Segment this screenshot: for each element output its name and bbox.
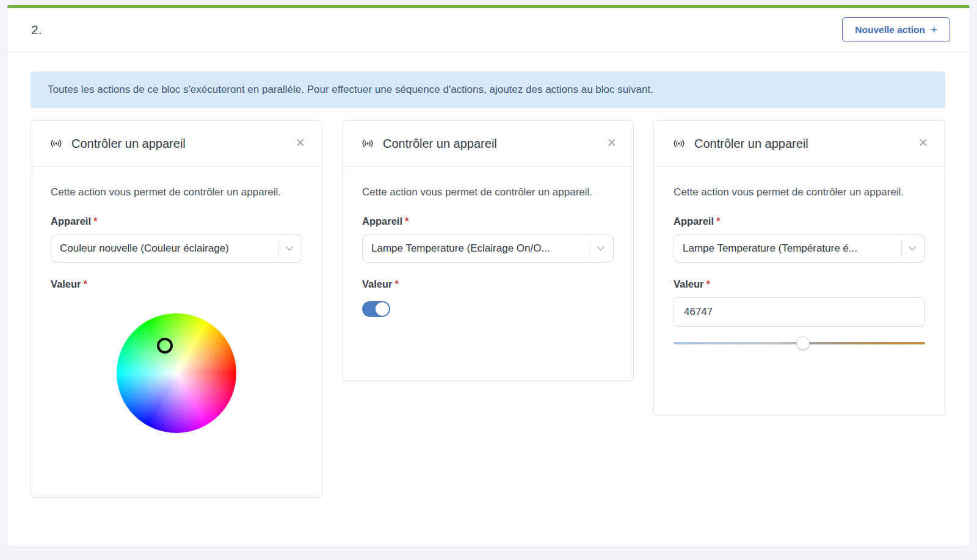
select-divider <box>590 241 590 256</box>
action-card-temperature: Contrôler un appareil × Cette action vou… <box>653 120 945 415</box>
required-asterisk: * <box>84 278 87 289</box>
card-description: Cette action vous permet de contrôler un… <box>51 184 302 201</box>
device-select[interactable]: Couleur nouvelle (Couleur éclairage) <box>51 235 302 263</box>
broadcast-icon <box>672 137 686 150</box>
card-header: Contrôler un appareil × <box>31 121 322 167</box>
required-asterisk: * <box>395 278 399 289</box>
block-header: 2. Nouvelle action + <box>7 8 970 52</box>
chevron-down-icon <box>283 242 296 255</box>
device-select[interactable]: Lampe Temperature (Température é... <box>674 235 925 263</box>
viewport: 2. Nouvelle action + Toutes les actions … <box>0 0 977 560</box>
close-icon: × <box>296 134 305 151</box>
close-button[interactable]: × <box>913 134 932 154</box>
banner-text: Toutes les actions de ce bloc s'exécuter… <box>48 84 653 95</box>
toggle-knob <box>376 302 389 316</box>
value-input[interactable] <box>674 297 925 327</box>
parallel-info-banner: Toutes les actions de ce bloc s'exécuter… <box>31 71 945 108</box>
slider-handle[interactable] <box>796 336 810 350</box>
card-header: Contrôler un appareil × <box>654 121 945 167</box>
value-toggle[interactable] <box>362 301 390 317</box>
value-field-label: Valeur* <box>674 278 925 290</box>
new-action-button[interactable]: Nouvelle action + <box>842 17 950 43</box>
close-icon: × <box>918 134 928 151</box>
new-action-label: Nouvelle action <box>855 25 925 35</box>
required-asterisk: * <box>706 278 710 289</box>
device-select-value: Couleur nouvelle (Couleur éclairage) <box>60 242 275 255</box>
required-asterisk: * <box>93 216 97 227</box>
block-body: Toutes les actions de ce bloc s'exécuter… <box>7 52 970 498</box>
card-body: Cette action vous permet de contrôler un… <box>654 167 945 387</box>
temperature-slider[interactable] <box>674 336 925 350</box>
card-body: Cette action vous permet de contrôler un… <box>31 167 322 470</box>
card-title: Contrôler un appareil <box>71 137 291 151</box>
color-wheel[interactable] <box>117 313 236 433</box>
card-title: Contrôler un appareil <box>694 137 913 151</box>
device-select[interactable]: Lampe Temperature (Eclairage On/O... <box>362 235 614 263</box>
chevron-down-icon <box>595 242 607 255</box>
value-field-label: Valeur* <box>362 278 614 290</box>
value-field-label: Valeur* <box>51 278 302 290</box>
plus-icon: + <box>931 25 937 34</box>
action-card-color: Contrôler un appareil × Cette action vou… <box>31 120 322 498</box>
select-divider <box>278 241 279 256</box>
card-header: Contrôler un appareil × <box>343 121 633 167</box>
device-field-label: Appareil* <box>674 216 925 227</box>
device-field-label: Appareil* <box>51 216 302 227</box>
color-wheel-wrap <box>51 313 302 433</box>
card-title: Contrôler un appareil <box>383 137 602 151</box>
required-asterisk: * <box>716 216 720 227</box>
block-number: 2. <box>31 23 42 37</box>
card-body: Cette action vous permet de contrôler un… <box>343 167 633 354</box>
actions-grid: Contrôler un appareil × Cette action vou… <box>31 120 945 498</box>
card-description: Cette action vous permet de contrôler un… <box>674 184 925 201</box>
broadcast-icon <box>361 137 374 150</box>
broadcast-icon <box>49 137 63 150</box>
color-wheel-cursor[interactable] <box>157 338 173 354</box>
close-button[interactable]: × <box>291 134 310 154</box>
close-button[interactable]: × <box>602 134 621 154</box>
chevron-down-icon <box>906 242 918 255</box>
close-icon: × <box>607 134 616 151</box>
device-select-value: Lampe Temperature (Eclairage On/O... <box>371 242 586 255</box>
required-asterisk: * <box>405 216 409 227</box>
device-field-label: Appareil* <box>362 216 614 227</box>
select-divider <box>901 241 902 256</box>
card-description: Cette action vous permet de contrôler un… <box>362 184 614 201</box>
action-card-onoff: Contrôler un appareil × Cette action vou… <box>342 120 634 381</box>
action-block: 2. Nouvelle action + Toutes les actions … <box>7 5 970 547</box>
device-select-value: Lampe Temperature (Température é... <box>683 242 898 255</box>
